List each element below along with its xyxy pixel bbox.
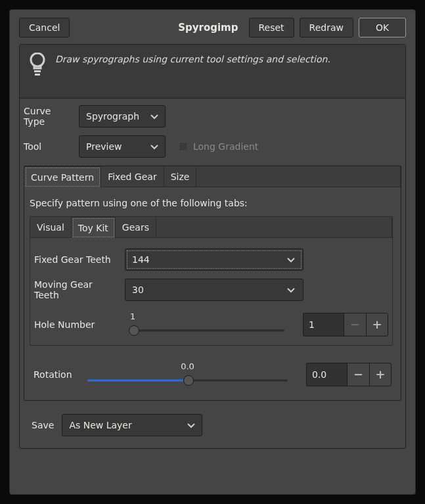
long-gradient-checkbox[interactable] [179, 142, 188, 151]
svg-point-0 [31, 53, 44, 66]
chevron-down-icon [287, 285, 295, 295]
hole-number-input[interactable]: 1 [303, 313, 344, 336]
spyrogimp-dialog: Cancel Spyrogimp Reset Redraw OK Draw sp… [9, 9, 416, 495]
chevron-down-icon [287, 254, 295, 265]
slider-thumb[interactable] [129, 325, 139, 336]
cancel-button[interactable]: Cancel [19, 18, 70, 37]
titlebar: Cancel Spyrogimp Reset Redraw OK [10, 10, 415, 44]
tab-fixed-gear[interactable]: Fixed Gear [101, 166, 164, 187]
hint-text: Draw spyrographs using current tool sett… [55, 53, 330, 64]
inner-tabs: Visual Toy Kit Gears Fixed Gear Teeth 14… [30, 216, 393, 346]
slider-thumb[interactable] [183, 375, 194, 386]
tab-filler [196, 166, 401, 187]
tool-select[interactable]: Preview [79, 135, 166, 158]
toy-kit-form: Fixed Gear Teeth 144 Moving Gear Teeth [30, 238, 392, 345]
hole-number-decrement[interactable]: − [344, 313, 366, 336]
ok-button[interactable]: OK [359, 18, 406, 37]
moving-gear-teeth-value: 30 [132, 285, 144, 295]
save-value: As New Layer [69, 420, 131, 430]
hole-number-slider[interactable] [125, 324, 290, 337]
svg-rect-1 [34, 70, 41, 72]
moving-gear-teeth-select[interactable]: 30 [125, 279, 303, 301]
slider-track-right [189, 380, 288, 382]
tool-label: Tool [24, 141, 72, 152]
rotation-slider[interactable] [82, 374, 293, 387]
inner-tab-filler [156, 217, 392, 238]
svg-rect-2 [35, 74, 40, 76]
rotation-spin: 0.0 − + [306, 363, 391, 386]
form-area: Curve Type Spyrograph Tool Preview Long … [19, 99, 406, 449]
hole-number-slider-label: 1 [125, 311, 290, 321]
fixed-gear-teeth-select[interactable]: 144 [125, 248, 303, 271]
rotation-slider-label: 0.0 [82, 361, 293, 371]
lightbulb-icon [29, 53, 46, 80]
fixed-gear-teeth-label: Fixed Gear Teeth [34, 254, 117, 265]
rotation-label: Rotation [34, 369, 74, 380]
tab-gears[interactable]: Gears [116, 217, 156, 238]
hole-number-label: Hole Number [34, 319, 117, 330]
tool-value: Preview [86, 141, 122, 152]
tab-toy-kit[interactable]: Toy Kit [72, 217, 116, 239]
hole-number-spin: 1 − + [303, 313, 388, 336]
redraw-button[interactable]: Redraw [300, 18, 353, 37]
rotation-increment[interactable]: + [369, 363, 391, 386]
moving-gear-teeth-label: Moving Gear Teeth [34, 279, 117, 300]
fixed-gear-teeth-value: 144 [132, 254, 150, 265]
curve-type-label: Curve Type [24, 106, 72, 127]
curve-type-select[interactable]: Spyrograph [79, 105, 166, 127]
rotation-decrement[interactable]: − [347, 363, 369, 386]
long-gradient-label: Long Gradient [193, 141, 258, 152]
outer-tabpane: Specify pattern using one of the followi… [24, 187, 401, 400]
hole-number-increment[interactable]: + [366, 313, 388, 336]
dialog-title: Spyrogimp [75, 22, 243, 34]
reset-button[interactable]: Reset [249, 18, 294, 37]
tabpane-instruction: Specify pattern using one of the followi… [30, 195, 395, 216]
rotation-input[interactable]: 0.0 [306, 363, 347, 386]
curve-type-value: Spyrograph [86, 111, 139, 122]
slider-track [130, 330, 284, 332]
chevron-down-icon [187, 420, 195, 430]
save-select[interactable]: As New Layer [62, 414, 202, 436]
outer-tabbar: Curve Pattern Fixed Gear Size [24, 166, 401, 187]
slider-track-left [87, 380, 189, 382]
tab-curve-pattern[interactable]: Curve Pattern [24, 166, 101, 188]
outer-tabs: Curve Pattern Fixed Gear Size Specify pa… [24, 166, 401, 401]
chevron-down-icon [150, 111, 158, 122]
chevron-down-icon [150, 141, 158, 152]
tab-visual[interactable]: Visual [30, 217, 72, 238]
save-label: Save [32, 420, 54, 430]
tab-size[interactable]: Size [164, 166, 197, 187]
hint-box: Draw spyrographs using current tool sett… [19, 44, 406, 99]
inner-tabbar: Visual Toy Kit Gears [30, 217, 392, 238]
